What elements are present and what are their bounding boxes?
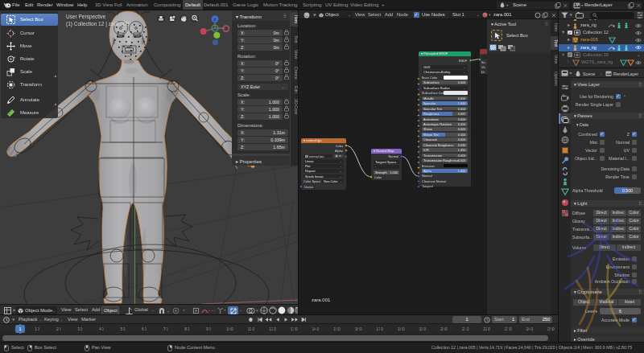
svg-text:z: z (214, 17, 217, 22)
